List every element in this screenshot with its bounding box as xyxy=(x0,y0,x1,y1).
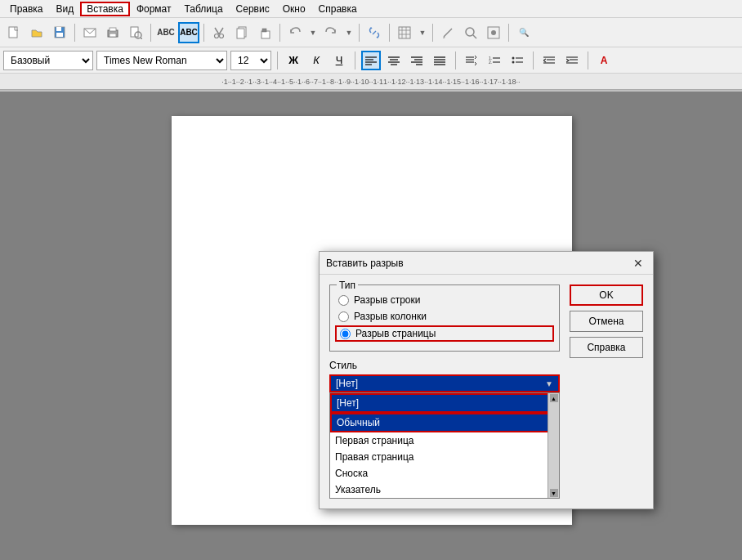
redo-button[interactable] xyxy=(320,22,342,43)
dropdown-selected-text: [Нет] xyxy=(336,378,358,389)
font-color-button[interactable]: A xyxy=(594,51,614,70)
undo-button[interactable] xyxy=(284,22,306,43)
menu-vid[interactable]: Вид xyxy=(50,2,81,16)
svg-point-12 xyxy=(220,34,224,38)
svg-point-11 xyxy=(215,34,219,38)
menu-okno[interactable]: Окно xyxy=(276,2,312,16)
type-group-label: Тип xyxy=(337,280,358,291)
menu-servis[interactable]: Сервис xyxy=(230,2,276,16)
autocorrect-button[interactable]: ABC xyxy=(178,22,199,43)
bold-button[interactable]: Ж xyxy=(284,51,303,70)
hyperlink-button[interactable] xyxy=(364,22,385,43)
menu-table[interactable]: Таблица xyxy=(178,2,230,16)
dialog-left: Тип Разрыв строки Разрыв колонки Разрыв … xyxy=(329,284,560,499)
dropdown-item-footnote[interactable]: Сноска xyxy=(330,465,559,482)
svg-line-25 xyxy=(473,35,476,38)
dropdown-item-first-page[interactable]: Первая страница xyxy=(330,432,559,449)
radio-line-break-label[interactable]: Разрыв строки xyxy=(354,294,420,306)
dialog-overlay: Вставить разрыв ✕ Тип Разрыв строки xyxy=(0,92,742,560)
copy-button[interactable] xyxy=(231,22,253,43)
underline-button[interactable]: Ч xyxy=(329,51,349,70)
cancel-button[interactable]: Отмена xyxy=(570,311,643,332)
align-center-button[interactable] xyxy=(384,51,404,70)
cut-button[interactable] xyxy=(208,22,230,43)
dropdown-item-index[interactable]: Указатель xyxy=(330,482,559,498)
dialog-close-button[interactable]: ✕ xyxy=(630,255,646,271)
radio-column-break-label[interactable]: Разрыв колонки xyxy=(354,311,427,322)
separator-3 xyxy=(203,24,204,42)
document-area: Вставить разрыв ✕ Тип Разрыв строки xyxy=(0,92,742,560)
radio-page-break-row: Разрыв страницы xyxy=(335,325,554,342)
redo-arrow-button[interactable]: ▼ xyxy=(343,22,355,43)
save-button[interactable] xyxy=(49,22,70,43)
dialog-title: Вставить разрыв xyxy=(326,258,404,269)
svg-point-27 xyxy=(491,30,496,35)
align-left-button[interactable] xyxy=(361,51,381,70)
spellcheck-button[interactable]: ABC xyxy=(155,22,177,43)
style-select[interactable]: Базовый xyxy=(3,51,93,70)
italic-button[interactable]: К xyxy=(306,51,326,70)
radio-line-break[interactable] xyxy=(338,295,349,306)
dropdown-item-none[interactable]: [Нет] xyxy=(330,393,559,413)
separator-1 xyxy=(74,24,75,42)
radio-column-break-row: Разрыв колонки xyxy=(338,308,551,325)
abc-icon: ABC xyxy=(157,28,175,37)
dialog-buttons: OK Отмена Справка xyxy=(570,284,643,499)
style-dropdown-selected[interactable]: [Нет] ▼ xyxy=(329,374,560,392)
radio-page-break[interactable] xyxy=(340,329,351,339)
open-button[interactable] xyxy=(26,22,47,43)
dropdown-item-obychnyi[interactable]: Обычный xyxy=(330,413,559,432)
style-group: Стиль [Нет] ▼ [Нет] xyxy=(329,360,560,499)
scroll-down-button[interactable]: ▼ xyxy=(550,489,558,497)
justify-button[interactable] xyxy=(430,51,449,70)
decrease-indent-button[interactable] xyxy=(539,51,559,70)
menu-spravka[interactable]: Справка xyxy=(312,2,364,16)
svg-marker-23 xyxy=(443,37,445,38)
menu-format[interactable]: Формат xyxy=(130,2,178,16)
table-insert-button[interactable] xyxy=(394,22,415,43)
zoom-button[interactable]: 🔍 xyxy=(513,22,534,43)
paste-button[interactable] xyxy=(254,22,275,43)
find-button[interactable] xyxy=(460,22,481,43)
radio-page-break-label[interactable]: Разрыв страницы xyxy=(355,328,436,339)
svg-point-24 xyxy=(466,28,474,36)
svg-point-51 xyxy=(512,56,515,59)
align-right-button[interactable] xyxy=(407,51,427,70)
scroll-up-button[interactable]: ▲ xyxy=(550,394,558,402)
numbering-button[interactable]: 1.2. xyxy=(485,51,504,70)
dialog-titlebar: Вставить разрыв ✕ xyxy=(320,252,653,275)
radio-column-break[interactable] xyxy=(338,311,349,322)
new-button[interactable] xyxy=(3,22,25,43)
separator-7 xyxy=(432,24,433,42)
font-select[interactable]: Times New Roman xyxy=(96,51,227,70)
increase-indent-button[interactable] xyxy=(562,51,582,70)
help-button[interactable]: Справка xyxy=(570,337,643,358)
svg-line-22 xyxy=(444,29,452,37)
format-bar: Базовый Times New Roman 12 Ж К Ч 1.2. A xyxy=(0,47,742,74)
toolbar: ABC ABC ▼ ▼ ▼ 🔍 xyxy=(0,18,742,47)
preview-button[interactable] xyxy=(125,22,146,43)
size-select[interactable]: 12 xyxy=(230,51,271,70)
style-dropdown-list: [Нет] Обычный Первая страница Правая стр… xyxy=(329,392,560,499)
separator-8 xyxy=(508,24,509,42)
svg-rect-14 xyxy=(237,29,244,38)
line-spacing-button[interactable] xyxy=(462,51,481,70)
draw-button[interactable] xyxy=(437,22,458,43)
email-button[interactable] xyxy=(79,22,101,43)
print-button[interactable] xyxy=(102,22,123,43)
table-arrow-button[interactable]: ▼ xyxy=(417,22,428,43)
dropdown-scrollbar: ▲ ▼ xyxy=(548,393,559,498)
menu-pravka[interactable]: Правка xyxy=(3,2,50,16)
undo-arrow-button[interactable]: ▼ xyxy=(307,22,319,43)
svg-rect-6 xyxy=(110,28,116,31)
svg-rect-15 xyxy=(261,31,270,38)
bullets-button[interactable] xyxy=(507,51,527,70)
svg-rect-7 xyxy=(110,34,116,37)
dialog-body: Тип Разрыв строки Разрыв колонки Разрыв … xyxy=(320,275,653,508)
dropdown-item-right-page[interactable]: Правая страница xyxy=(330,449,559,465)
menu-vstavka[interactable]: Вставка xyxy=(80,2,130,16)
ok-button[interactable]: OK xyxy=(570,284,643,306)
svg-line-10 xyxy=(141,38,142,39)
navigator-button[interactable] xyxy=(483,22,504,43)
radio-line-break-row: Разрыв строки xyxy=(338,292,551,308)
